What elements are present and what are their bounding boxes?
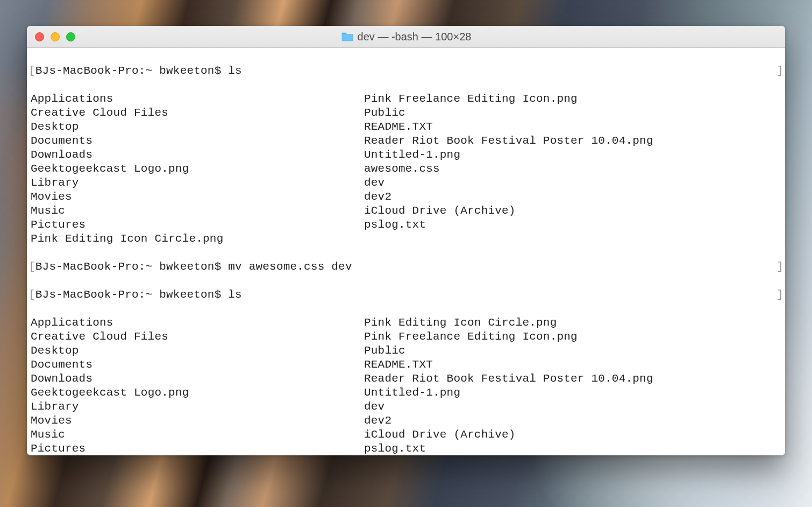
- prompt: BJs-MacBook-Pro:~ bwkeeton$: [35, 260, 228, 273]
- list-item: Pictures: [29, 442, 362, 455]
- list-item: Reader Riot Book Festival Poster 10.04.p…: [362, 134, 783, 148]
- list-item: Creative Cloud Files: [29, 106, 362, 120]
- command-mv: mv awesome.css dev: [228, 260, 352, 273]
- list-item: Pictures: [29, 218, 362, 232]
- list-item: dev: [362, 400, 783, 414]
- command-ls: ls: [228, 65, 242, 77]
- ls-output-2: Applications Creative Cloud Files Deskto…: [29, 316, 783, 455]
- list-item: pslog.txt: [362, 218, 783, 232]
- list-item: awesome.css: [362, 162, 783, 176]
- list-item: Downloads: [29, 372, 362, 386]
- list-item: Pink Freelance Editing Icon.png: [362, 92, 783, 106]
- list-item: Library: [29, 400, 362, 414]
- terminal-output[interactable]: [BJs-MacBook-Pro:~ bwkeeton$ ls] Applica…: [27, 48, 785, 455]
- list-item: dev2: [362, 190, 783, 204]
- window-title: dev — -bash — 100×28: [358, 31, 472, 43]
- list-item: README.TXT: [362, 120, 783, 134]
- window-title-container: dev — -bash — 100×28: [27, 31, 785, 43]
- traffic-lights: [35, 32, 75, 41]
- window-titlebar[interactable]: dev — -bash — 100×28: [27, 26, 785, 48]
- list-item: Creative Cloud Files: [29, 330, 362, 344]
- list-item: Untitled-1.png: [362, 386, 783, 400]
- list-item: pslog.txt: [362, 442, 783, 455]
- list-item: Pink Freelance Editing Icon.png: [362, 330, 783, 344]
- list-item: Music: [29, 204, 362, 218]
- folder-icon: [341, 31, 354, 42]
- list-item: Geektogeekcast Logo.png: [29, 386, 362, 400]
- ls-output-1: Applications Creative Cloud Files Deskto…: [29, 92, 783, 246]
- list-item: Pink Editing Icon Circle.png: [362, 316, 783, 330]
- list-item: Desktop: [29, 120, 362, 134]
- list-item: iCloud Drive (Archive): [362, 204, 783, 218]
- list-item: Movies: [29, 414, 362, 428]
- list-item: Reader Riot Book Festival Poster 10.04.p…: [362, 372, 783, 386]
- list-item: dev: [362, 176, 783, 190]
- list-item: Library: [29, 176, 362, 190]
- list-item: Untitled-1.png: [362, 148, 783, 162]
- prompt: BJs-MacBook-Pro:~ bwkeeton$: [35, 288, 228, 301]
- list-item: Applications: [29, 316, 362, 330]
- maximize-button[interactable]: [66, 32, 75, 41]
- prompt: BJs-MacBook-Pro:~ bwkeeton$: [35, 65, 228, 77]
- list-item: Music: [29, 428, 362, 442]
- list-item: Documents: [29, 358, 362, 372]
- list-item: Applications: [29, 92, 362, 106]
- list-item: Downloads: [29, 148, 362, 162]
- minimize-button[interactable]: [51, 32, 60, 41]
- list-item: dev2: [362, 414, 783, 428]
- list-item: Movies: [29, 190, 362, 204]
- list-item: Public: [362, 106, 783, 120]
- list-item: iCloud Drive (Archive): [362, 428, 783, 442]
- list-item: Documents: [29, 134, 362, 148]
- terminal-window: dev — -bash — 100×28 [BJs-MacBook-Pro:~ …: [27, 26, 785, 455]
- command-ls: ls: [228, 288, 242, 301]
- list-item: Geektogeekcast Logo.png: [29, 162, 362, 176]
- close-button[interactable]: [35, 32, 44, 41]
- list-item: README.TXT: [362, 358, 783, 372]
- list-item: Public: [362, 344, 783, 358]
- list-item: Desktop: [29, 344, 362, 358]
- list-item: Pink Editing Icon Circle.png: [29, 232, 362, 246]
